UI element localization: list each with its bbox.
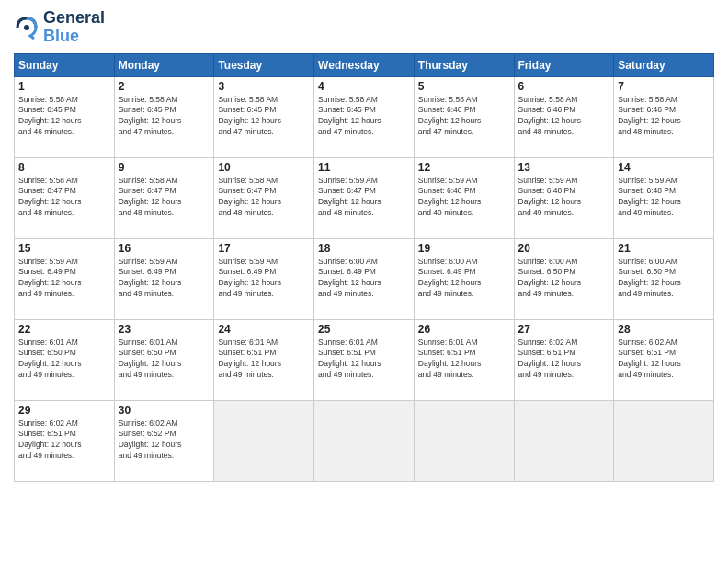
logo-text: GeneralBlue bbox=[43, 9, 105, 46]
day-info: Sunrise: 6:02 AM Sunset: 6:52 PM Dayligh… bbox=[119, 419, 210, 463]
calendar-cell: 22Sunrise: 6:01 AM Sunset: 6:50 PM Dayli… bbox=[15, 319, 115, 400]
day-number: 28 bbox=[618, 323, 710, 336]
calendar-cell: 17Sunrise: 5:59 AM Sunset: 6:49 PM Dayli… bbox=[214, 238, 314, 319]
calendar-cell: 12Sunrise: 5:59 AM Sunset: 6:48 PM Dayli… bbox=[414, 157, 514, 238]
logo: GeneralBlue bbox=[14, 9, 105, 46]
calendar-cell: 10Sunrise: 5:58 AM Sunset: 6:47 PM Dayli… bbox=[214, 157, 314, 238]
day-number: 1 bbox=[18, 80, 110, 93]
calendar-cell: 2Sunrise: 5:58 AM Sunset: 6:45 PM Daylig… bbox=[114, 76, 214, 157]
day-number: 21 bbox=[618, 242, 710, 255]
calendar-cell: 4Sunrise: 5:58 AM Sunset: 6:45 PM Daylig… bbox=[314, 76, 415, 157]
calendar-cell: 24Sunrise: 6:01 AM Sunset: 6:51 PM Dayli… bbox=[214, 319, 314, 400]
day-number: 20 bbox=[518, 242, 610, 255]
day-info: Sunrise: 5:58 AM Sunset: 6:45 PM Dayligh… bbox=[218, 95, 310, 139]
day-info: Sunrise: 5:58 AM Sunset: 6:45 PM Dayligh… bbox=[18, 95, 110, 139]
weekday-header: Tuesday bbox=[214, 53, 314, 76]
day-info: Sunrise: 5:59 AM Sunset: 6:48 PM Dayligh… bbox=[518, 176, 610, 220]
calendar-body: 1Sunrise: 5:58 AM Sunset: 6:45 PM Daylig… bbox=[15, 76, 714, 481]
calendar-table: SundayMondayTuesdayWednesdayThursdayFrid… bbox=[14, 53, 714, 482]
day-number: 4 bbox=[318, 80, 410, 93]
day-info: Sunrise: 6:00 AM Sunset: 6:50 PM Dayligh… bbox=[618, 257, 710, 301]
page: GeneralBlue SundayMondayTuesdayWednesday… bbox=[0, 0, 728, 563]
calendar-week-row: 1Sunrise: 5:58 AM Sunset: 6:45 PM Daylig… bbox=[15, 76, 714, 157]
calendar-cell: 21Sunrise: 6:00 AM Sunset: 6:50 PM Dayli… bbox=[614, 238, 714, 319]
calendar-cell: 30Sunrise: 6:02 AM Sunset: 6:52 PM Dayli… bbox=[114, 400, 214, 481]
calendar-cell: 11Sunrise: 5:59 AM Sunset: 6:47 PM Dayli… bbox=[314, 157, 415, 238]
svg-point-0 bbox=[24, 25, 29, 30]
day-info: Sunrise: 5:58 AM Sunset: 6:47 PM Dayligh… bbox=[119, 176, 210, 220]
calendar-cell: 1Sunrise: 5:58 AM Sunset: 6:45 PM Daylig… bbox=[15, 76, 115, 157]
calendar-cell: 18Sunrise: 6:00 AM Sunset: 6:49 PM Dayli… bbox=[314, 238, 415, 319]
day-info: Sunrise: 6:00 AM Sunset: 6:50 PM Dayligh… bbox=[518, 257, 610, 301]
day-number: 13 bbox=[518, 161, 610, 174]
day-number: 3 bbox=[218, 80, 310, 93]
logo-icon bbox=[14, 15, 40, 40]
calendar-cell: 9Sunrise: 5:58 AM Sunset: 6:47 PM Daylig… bbox=[114, 157, 214, 238]
day-info: Sunrise: 6:02 AM Sunset: 6:51 PM Dayligh… bbox=[18, 419, 110, 463]
day-info: Sunrise: 5:59 AM Sunset: 6:49 PM Dayligh… bbox=[119, 257, 210, 301]
calendar-cell: 6Sunrise: 5:58 AM Sunset: 6:46 PM Daylig… bbox=[514, 76, 614, 157]
day-info: Sunrise: 6:00 AM Sunset: 6:49 PM Dayligh… bbox=[318, 257, 410, 301]
weekday-header: Friday bbox=[514, 53, 614, 76]
day-info: Sunrise: 6:01 AM Sunset: 6:51 PM Dayligh… bbox=[318, 338, 410, 382]
day-number: 22 bbox=[18, 323, 110, 336]
day-number: 18 bbox=[318, 242, 410, 255]
day-number: 26 bbox=[418, 323, 510, 336]
day-number: 16 bbox=[119, 242, 210, 255]
weekday-header: Saturday bbox=[614, 53, 714, 76]
header: GeneralBlue bbox=[14, 9, 714, 46]
day-number: 5 bbox=[418, 80, 510, 93]
day-info: Sunrise: 5:58 AM Sunset: 6:45 PM Dayligh… bbox=[119, 95, 210, 139]
day-number: 25 bbox=[318, 323, 410, 336]
calendar-cell: 26Sunrise: 6:01 AM Sunset: 6:51 PM Dayli… bbox=[414, 319, 514, 400]
calendar-cell: 3Sunrise: 5:58 AM Sunset: 6:45 PM Daylig… bbox=[214, 76, 314, 157]
day-number: 6 bbox=[518, 80, 610, 93]
day-info: Sunrise: 6:01 AM Sunset: 6:50 PM Dayligh… bbox=[18, 338, 110, 382]
calendar-cell: 8Sunrise: 5:58 AM Sunset: 6:47 PM Daylig… bbox=[15, 157, 115, 238]
day-number: 29 bbox=[18, 404, 110, 417]
day-number: 8 bbox=[18, 161, 110, 174]
calendar-cell: 25Sunrise: 6:01 AM Sunset: 6:51 PM Dayli… bbox=[314, 319, 415, 400]
day-info: Sunrise: 6:01 AM Sunset: 6:51 PM Dayligh… bbox=[218, 338, 310, 382]
calendar-cell: 15Sunrise: 5:59 AM Sunset: 6:49 PM Dayli… bbox=[15, 238, 115, 319]
day-info: Sunrise: 5:59 AM Sunset: 6:47 PM Dayligh… bbox=[318, 176, 410, 220]
calendar-cell bbox=[514, 400, 614, 481]
day-number: 15 bbox=[18, 242, 110, 255]
day-number: 12 bbox=[418, 161, 510, 174]
calendar-week-row: 22Sunrise: 6:01 AM Sunset: 6:50 PM Dayli… bbox=[15, 319, 714, 400]
calendar-cell: 20Sunrise: 6:00 AM Sunset: 6:50 PM Dayli… bbox=[514, 238, 614, 319]
calendar-week-row: 29Sunrise: 6:02 AM Sunset: 6:51 PM Dayli… bbox=[15, 400, 714, 481]
day-number: 11 bbox=[318, 161, 410, 174]
calendar-cell bbox=[214, 400, 314, 481]
weekday-header-row: SundayMondayTuesdayWednesdayThursdayFrid… bbox=[15, 53, 714, 76]
calendar-cell bbox=[614, 400, 714, 481]
weekday-header: Sunday bbox=[15, 53, 115, 76]
calendar-cell: 13Sunrise: 5:59 AM Sunset: 6:48 PM Dayli… bbox=[514, 157, 614, 238]
day-info: Sunrise: 5:58 AM Sunset: 6:46 PM Dayligh… bbox=[618, 95, 710, 139]
day-number: 24 bbox=[218, 323, 310, 336]
day-number: 30 bbox=[119, 404, 210, 417]
calendar-cell: 29Sunrise: 6:02 AM Sunset: 6:51 PM Dayli… bbox=[15, 400, 115, 481]
calendar-cell: 7Sunrise: 5:58 AM Sunset: 6:46 PM Daylig… bbox=[614, 76, 714, 157]
calendar-cell: 27Sunrise: 6:02 AM Sunset: 6:51 PM Dayli… bbox=[514, 319, 614, 400]
weekday-header: Wednesday bbox=[314, 53, 415, 76]
calendar-cell: 28Sunrise: 6:02 AM Sunset: 6:51 PM Dayli… bbox=[614, 319, 714, 400]
day-number: 10 bbox=[218, 161, 310, 174]
day-info: Sunrise: 6:01 AM Sunset: 6:51 PM Dayligh… bbox=[418, 338, 510, 382]
day-number: 27 bbox=[518, 323, 610, 336]
day-info: Sunrise: 5:58 AM Sunset: 6:45 PM Dayligh… bbox=[318, 95, 410, 139]
calendar-cell: 19Sunrise: 6:00 AM Sunset: 6:49 PM Dayli… bbox=[414, 238, 514, 319]
calendar-week-row: 8Sunrise: 5:58 AM Sunset: 6:47 PM Daylig… bbox=[15, 157, 714, 238]
day-number: 7 bbox=[618, 80, 710, 93]
day-number: 23 bbox=[119, 323, 210, 336]
day-number: 17 bbox=[218, 242, 310, 255]
day-number: 19 bbox=[418, 242, 510, 255]
weekday-header: Thursday bbox=[414, 53, 514, 76]
day-info: Sunrise: 5:59 AM Sunset: 6:48 PM Dayligh… bbox=[618, 176, 710, 220]
day-info: Sunrise: 5:58 AM Sunset: 6:46 PM Dayligh… bbox=[418, 95, 510, 139]
calendar-cell: 14Sunrise: 5:59 AM Sunset: 6:48 PM Dayli… bbox=[614, 157, 714, 238]
day-number: 2 bbox=[119, 80, 210, 93]
day-info: Sunrise: 5:58 AM Sunset: 6:47 PM Dayligh… bbox=[18, 176, 110, 220]
day-number: 14 bbox=[618, 161, 710, 174]
calendar-week-row: 15Sunrise: 5:59 AM Sunset: 6:49 PM Dayli… bbox=[15, 238, 714, 319]
